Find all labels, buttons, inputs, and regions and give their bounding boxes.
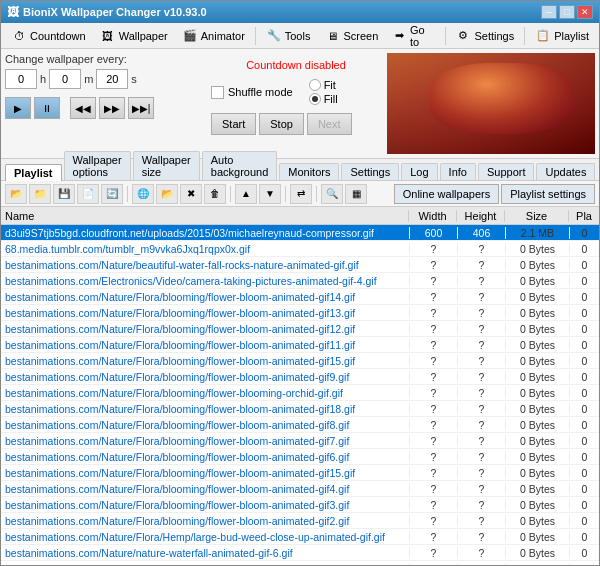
move-up-button[interactable]: ▲ xyxy=(235,184,257,204)
close-button[interactable]: ✕ xyxy=(577,5,593,19)
table-row[interactable]: d3ui9S7tjb5bgd.cloudfront.net/uploads/20… xyxy=(1,225,599,241)
playlist-icon: 📋 xyxy=(535,28,551,44)
menu-animator[interactable]: 🎬 Animator xyxy=(176,26,251,46)
table-row[interactable]: bestanimations.com/Nature/Flora/blooming… xyxy=(1,369,599,385)
pla-cell: 0 xyxy=(569,243,599,255)
fill-radio[interactable] xyxy=(309,93,321,105)
wallpaper-icon: 🖼 xyxy=(100,28,116,44)
file-name-cell: bestanimations.com/Nature/Flora/blooming… xyxy=(1,339,409,351)
tab-playlist[interactable]: Playlist xyxy=(5,164,62,181)
menu-settings[interactable]: ⚙ Settings xyxy=(449,26,520,46)
minutes-input[interactable] xyxy=(49,69,81,89)
table-row[interactable]: bestanimations.com/Nature/Flora/blooming… xyxy=(1,497,599,513)
start-button[interactable]: Start xyxy=(211,113,256,135)
table-row[interactable]: bestanimations.com/Nature/Flora/blooming… xyxy=(1,513,599,529)
col-header-name[interactable]: Name xyxy=(1,210,409,222)
filter-button[interactable]: 🔍 xyxy=(321,184,343,204)
height-cell: ? xyxy=(457,435,505,447)
table-row[interactable]: bestanimations.com/Nature/Flora/blooming… xyxy=(1,449,599,465)
width-cell: ? xyxy=(409,499,457,511)
new-folder-button[interactable]: 📁 xyxy=(29,184,51,204)
table-row[interactable]: bestanimations.com/Nature/Flora/blooming… xyxy=(1,433,599,449)
tab-support[interactable]: Support xyxy=(478,163,535,180)
table-row[interactable]: bestanimations.com/Nature/nature-waterfa… xyxy=(1,545,599,561)
save-button[interactable]: 💾 xyxy=(53,184,75,204)
tab-info[interactable]: Info xyxy=(440,163,476,180)
col-header-pla[interactable]: Pla xyxy=(569,210,599,222)
table-row[interactable]: bestanimations.com/Nature/Flora/blooming… xyxy=(1,385,599,401)
play-button[interactable]: ▶ xyxy=(5,97,31,119)
table-row[interactable]: bestanimations.com/Nature/Flora/blooming… xyxy=(1,289,599,305)
table-row[interactable]: bestanimations.com/Nature/Flora/blooming… xyxy=(1,417,599,433)
pla-cell: 0 xyxy=(569,531,599,543)
table-row[interactable]: bestanimations.com/Nature/Flora/blooming… xyxy=(1,481,599,497)
save-as-button[interactable]: 📄 xyxy=(77,184,99,204)
size-cell: 2.1 MB xyxy=(505,227,569,239)
height-cell: ? xyxy=(457,467,505,479)
height-cell: ? xyxy=(457,355,505,367)
width-cell: ? xyxy=(409,483,457,495)
table-row[interactable]: bestanimations.com/Nature/Flora/blooming… xyxy=(1,353,599,369)
menu-playlist[interactable]: 📋 Playlist xyxy=(529,26,595,46)
tab-wallpaper-size[interactable]: Wallpaper size xyxy=(133,151,200,180)
table-row[interactable]: bestanimations.com/Nature/Flora/blooming… xyxy=(1,305,599,321)
menu-tools[interactable]: 🔧 Tools xyxy=(260,26,317,46)
height-cell: ? xyxy=(457,451,505,463)
menu-goto[interactable]: ➡ Go to xyxy=(386,22,440,50)
move-down-button[interactable]: ▼ xyxy=(259,184,281,204)
skip-button[interactable]: ▶▶| xyxy=(128,97,154,119)
open-folder-button[interactable]: 📂 xyxy=(5,184,27,204)
table-row[interactable]: 68.media.tumblr.com/tumblr_m9vvka6Jxq1rq… xyxy=(1,241,599,257)
add-url-button[interactable]: 🌐 xyxy=(132,184,154,204)
stop-button[interactable]: Stop xyxy=(259,113,304,135)
size-cell: 0 Bytes xyxy=(505,531,569,543)
size-cell: 0 Bytes xyxy=(505,387,569,399)
table-row[interactable]: bestanimations.com/Nature/Flora/blooming… xyxy=(1,321,599,337)
table-row[interactable]: bestanimations.com/Nature/Flora/blooming… xyxy=(1,465,599,481)
shuffle-checkbox[interactable] xyxy=(211,86,224,99)
toolbar-sep-4 xyxy=(316,186,317,202)
hours-input[interactable] xyxy=(5,69,37,89)
table-row[interactable]: bestanimations.com/Nature/Flora/blooming… xyxy=(1,337,599,353)
table-row[interactable]: bestanimations.com/Nature/beautiful-wate… xyxy=(1,257,599,273)
menu-wallpaper-label: Wallpaper xyxy=(119,30,168,42)
tab-monitors[interactable]: Monitors xyxy=(279,163,339,180)
tab-auto-background[interactable]: Auto background xyxy=(202,151,278,180)
maximize-button[interactable]: □ xyxy=(559,5,575,19)
file-name-cell: bestanimations.com/Electronics/Video/cam… xyxy=(1,275,409,287)
table-row[interactable]: bestanimations.com/Electronics/Video/cam… xyxy=(1,273,599,289)
menu-wallpaper[interactable]: 🖼 Wallpaper xyxy=(94,26,174,46)
minimize-button[interactable]: ─ xyxy=(541,5,557,19)
menu-countdown[interactable]: ⏱ Countdown xyxy=(5,26,92,46)
online-wallpapers-button[interactable]: Online wallpapers xyxy=(394,184,499,204)
seconds-input[interactable] xyxy=(96,69,128,89)
playlist-settings-button[interactable]: Playlist settings xyxy=(501,184,595,204)
size-cell: 0 Bytes xyxy=(505,547,569,559)
add-folder-button[interactable]: 📂 xyxy=(156,184,178,204)
tab-log[interactable]: Log xyxy=(401,163,437,180)
col-header-width[interactable]: Width xyxy=(409,210,457,222)
remove-button[interactable]: ✖ xyxy=(180,184,202,204)
width-cell: ? xyxy=(409,323,457,335)
refresh-button[interactable]: 🔄 xyxy=(101,184,123,204)
clear-button[interactable]: 🗑 xyxy=(204,184,226,204)
minutes-unit: m xyxy=(84,73,93,85)
file-name-cell: bestanimations.com/Nature/Flora/blooming… xyxy=(1,387,409,399)
col-header-size[interactable]: Size xyxy=(505,210,569,222)
next-small-button[interactable]: ▶▶ xyxy=(99,97,125,119)
menu-screen[interactable]: 🖥 Screen xyxy=(318,26,384,46)
grid-button[interactable]: ▦ xyxy=(345,184,367,204)
size-cell: 0 Bytes xyxy=(505,275,569,287)
table-row[interactable]: bestanimations.com/Nature/Flora/blooming… xyxy=(1,401,599,417)
shuffle-files-button[interactable]: ⇄ xyxy=(290,184,312,204)
table-row[interactable]: bestanimations.com/Nature/nature-waterfa… xyxy=(1,561,599,566)
tab-updates[interactable]: Updates xyxy=(536,163,595,180)
fit-radio[interactable] xyxy=(309,79,321,91)
prev-button[interactable]: ◀◀ xyxy=(70,97,96,119)
next-button[interactable]: Next xyxy=(307,113,352,135)
tab-settings[interactable]: Settings xyxy=(341,163,399,180)
tab-wallpaper-options[interactable]: Wallpaper options xyxy=(64,151,131,180)
pause-button[interactable]: ⏸ xyxy=(34,97,60,119)
col-header-height[interactable]: Height xyxy=(457,210,505,222)
table-row[interactable]: bestanimations.com/Nature/Flora/Hemp/lar… xyxy=(1,529,599,545)
